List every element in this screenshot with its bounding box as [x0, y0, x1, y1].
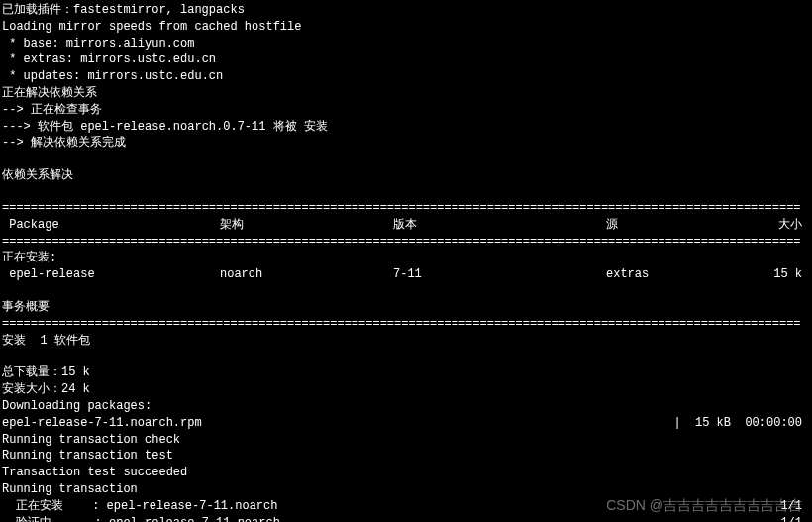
blank-line	[2, 152, 810, 167]
cell-size: 15 k	[764, 266, 810, 283]
output-line: * updates: mirrors.ustc.edu.cn	[2, 68, 810, 85]
download-progress: | 15 kB 00:00:00	[673, 415, 810, 432]
cell-package: epel-release	[2, 266, 220, 283]
output-line: * base: mirrors.aliyun.com	[2, 36, 810, 52]
verifying-count: 1/1	[780, 515, 810, 522]
downloading-label: Downloading packages:	[2, 398, 810, 415]
table-header: Package 架构 版本 源 大小	[2, 217, 810, 234]
output-line: Loading mirror speeds from cached hostfi…	[2, 19, 810, 36]
cell-repo: extras	[606, 266, 764, 283]
divider-line: ========================================…	[2, 316, 810, 333]
divider-line: ========================================…	[2, 200, 810, 217]
verifying-text: 验证中 : epel-release-7-11.noarch	[2, 515, 280, 522]
cell-arch: noarch	[220, 266, 393, 283]
transaction-test: Running transaction test	[2, 448, 810, 465]
transaction-succeeded: Transaction test succeeded	[2, 465, 810, 481]
installing-label: 正在安装:	[2, 250, 810, 266]
col-repo-header: 源	[606, 217, 764, 234]
output-line: 正在解决依赖关系	[2, 85, 810, 102]
installing-text: 正在安装 : epel-release-7-11.noarch	[2, 498, 277, 515]
output-line: 已加载插件：fastestmirror, langpacks	[2, 2, 810, 19]
col-arch-header: 架构	[220, 217, 393, 234]
installing-row: 正在安装 : epel-release-7-11.noarch 1/1	[2, 498, 810, 515]
download-row: epel-release-7-11.noarch.rpm | 15 kB 00:…	[2, 415, 810, 432]
transaction-running: Running transaction	[2, 481, 810, 498]
output-line: --> 正在检查事务	[2, 102, 810, 119]
installing-count: 1/1	[780, 498, 810, 515]
divider-line: ========================================…	[2, 234, 810, 251]
blank-line	[2, 349, 810, 365]
verifying-row: 验证中 : epel-release-7-11.noarch 1/1	[2, 515, 810, 522]
col-version-header: 版本	[393, 217, 606, 234]
transaction-check: Running transaction check	[2, 432, 810, 449]
summary-label: 事务概要	[2, 299, 810, 316]
blank-line	[2, 283, 810, 299]
cell-version: 7-11	[393, 266, 606, 283]
col-size-header: 大小	[764, 217, 810, 234]
install-size: 安装大小：24 k	[2, 381, 810, 398]
install-count: 安装 1 软件包	[2, 333, 810, 350]
blank-line	[2, 184, 810, 200]
download-file: epel-release-7-11.noarch.rpm	[2, 415, 202, 432]
output-line: 依赖关系解决	[2, 167, 810, 184]
col-package-header: Package	[2, 217, 220, 234]
output-line: ---> 软件包 epel-release.noarch.0.7-11 将被 安…	[2, 119, 810, 136]
total-download: 总下载量：15 k	[2, 365, 810, 381]
table-row: epel-release noarch 7-11 extras 15 k	[2, 266, 810, 283]
output-line: --> 解决依赖关系完成	[2, 135, 810, 152]
output-line: * extras: mirrors.ustc.edu.cn	[2, 52, 810, 68]
